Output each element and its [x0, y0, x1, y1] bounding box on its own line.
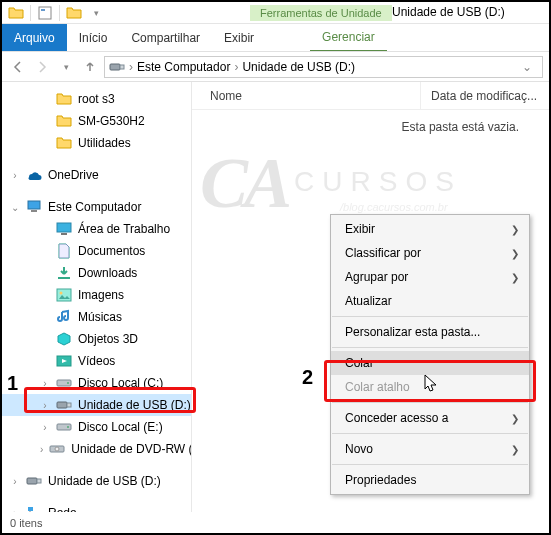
column-date[interactable]: Data de modificaç... [421, 89, 547, 103]
obj3d-icon [56, 331, 72, 347]
tab-share[interactable]: Compartilhar [119, 24, 212, 51]
svg-rect-17 [41, 9, 45, 11]
tree-item[interactable]: Objetos 3D [2, 328, 191, 350]
breadcrumb-root[interactable]: Este Computador [137, 60, 230, 74]
expand-icon[interactable]: › [10, 508, 20, 513]
folder-icon [56, 113, 72, 129]
title-bar: ▾ Ferramentas de Unidade Unidade de USB … [2, 2, 549, 24]
tree-item-label: Área de Trabalho [78, 222, 170, 236]
tree-item[interactable]: ⌄Este Computador [2, 196, 191, 218]
tree-item[interactable]: root s3 [2, 88, 191, 110]
breadcrumb[interactable]: › Este Computador › Unidade de USB (D:) … [104, 56, 543, 78]
pc-icon [26, 199, 42, 215]
tree-item[interactable]: ›Disco Local (E:) [2, 416, 191, 438]
video-icon [56, 353, 72, 369]
ribbon-tabs: Arquivo Início Compartilhar Exibir Geren… [2, 24, 549, 52]
folder-icon [56, 135, 72, 151]
ctx-new[interactable]: Novo❯ [331, 437, 529, 461]
music-icon [56, 309, 72, 325]
callout-number-2: 2 [302, 366, 313, 389]
net-icon [26, 505, 42, 512]
navigation-pane[interactable]: root s3SM-G530H2Utilidades›OneDrive⌄Este… [2, 82, 192, 512]
tree-item[interactable]: Imagens [2, 284, 191, 306]
drive-icon [56, 375, 72, 391]
qat-properties-icon[interactable] [35, 4, 55, 22]
column-name[interactable]: Nome [200, 89, 420, 103]
column-headers: Nome Data de modificaç... [192, 82, 549, 110]
tree-item[interactable]: Área de Trabalho [2, 218, 191, 240]
tab-home[interactable]: Início [67, 24, 120, 51]
tree-item-label: Objetos 3D [78, 332, 138, 346]
tree-item-label: Vídeos [78, 354, 115, 368]
qat-newfolder-icon[interactable] [64, 4, 84, 22]
address-bar: ▾ › Este Computador › Unidade de USB (D:… [2, 52, 549, 82]
dvd-icon [49, 441, 65, 457]
tree-item-label: Disco Local (E:) [78, 420, 163, 434]
tree-item[interactable]: SM-G530H2 [2, 110, 191, 132]
dl-icon [56, 265, 72, 281]
tree-item[interactable]: Músicas [2, 306, 191, 328]
ctx-view[interactable]: Exibir❯ [331, 217, 529, 241]
expand-icon[interactable]: › [40, 378, 50, 389]
separator [332, 347, 528, 348]
expand-icon[interactable]: › [40, 400, 50, 411]
folder-icon [56, 91, 72, 107]
tree-item[interactable]: ›Unidade de USB (D:) [2, 470, 191, 492]
chevron-right-icon: ❯ [511, 413, 519, 424]
tab-view[interactable]: Exibir [212, 24, 266, 51]
tree-item-label: OneDrive [48, 168, 99, 182]
ctx-paste[interactable]: Colar [331, 351, 529, 375]
separator [332, 433, 528, 434]
tree-item[interactable]: ›Unidade de DVD-RW (F:) [2, 438, 191, 460]
tree-item[interactable]: Downloads [2, 262, 191, 284]
tree-item-label: Unidade de DVD-RW (F:) [71, 442, 192, 456]
expand-icon[interactable]: › [40, 444, 43, 455]
nav-up-button[interactable] [80, 57, 100, 77]
tree-item[interactable]: ›OneDrive [2, 164, 191, 186]
expand-icon[interactable]: › [40, 422, 50, 433]
tree-item-label: Este Computador [48, 200, 141, 214]
nav-forward-button[interactable] [32, 57, 52, 77]
window-title: Unidade de USB (D:) [392, 5, 505, 19]
chevron-right-icon[interactable]: › [129, 60, 133, 74]
nav-history-dropdown[interactable]: ▾ [56, 57, 76, 77]
breadcrumb-leaf[interactable]: Unidade de USB (D:) [242, 60, 355, 74]
chevron-right-icon: ❯ [511, 248, 519, 259]
drive-icon [56, 419, 72, 435]
qat-explorer-icon[interactable] [6, 4, 26, 22]
tree-item[interactable]: Documentos [2, 240, 191, 262]
tree-item[interactable]: Vídeos [2, 350, 191, 372]
expand-icon[interactable]: › [10, 170, 20, 181]
tree-item-label: SM-G530H2 [78, 114, 145, 128]
ctx-customize[interactable]: Personalizar esta pasta... [331, 320, 529, 344]
tree-item[interactable]: ›Disco Local (C:) [2, 372, 191, 394]
chevron-right-icon: ❯ [511, 272, 519, 283]
tree-item-label: Disco Local (C:) [78, 376, 163, 390]
nav-back-button[interactable] [8, 57, 28, 77]
tab-file[interactable]: Arquivo [2, 24, 67, 51]
expand-icon[interactable]: › [10, 476, 20, 487]
expand-icon[interactable]: ⌄ [10, 202, 20, 213]
chevron-right-icon[interactable]: › [234, 60, 238, 74]
svg-rect-16 [39, 7, 51, 19]
ctx-properties[interactable]: Propriedades [331, 468, 529, 492]
mouse-cursor-icon [424, 374, 440, 394]
tree-item[interactable]: ›Rede [2, 502, 191, 512]
status-bar: 0 itens [4, 515, 48, 531]
ctx-group[interactable]: Agrupar por❯ [331, 265, 529, 289]
ctx-grant-access[interactable]: Conceder acesso a❯ [331, 406, 529, 430]
separator [332, 316, 528, 317]
content-pane[interactable]: Nome Data de modificaç... Esta pasta est… [192, 82, 549, 512]
separator [332, 464, 528, 465]
qat-dropdown-icon[interactable]: ▾ [86, 4, 106, 22]
callout-number-1: 1 [7, 372, 18, 395]
tree-item-label: Imagens [78, 288, 124, 302]
tree-item-label: Utilidades [78, 136, 131, 150]
tree-item[interactable]: ›Unidade de USB (D:) [2, 394, 191, 416]
tree-item[interactable]: Utilidades [2, 132, 191, 154]
ctx-sort[interactable]: Classificar por❯ [331, 241, 529, 265]
address-dropdown-icon[interactable]: ⌄ [516, 60, 538, 74]
docs-icon [56, 243, 72, 259]
ctx-refresh[interactable]: Atualizar [331, 289, 529, 313]
tab-manage[interactable]: Gerenciar [310, 24, 387, 51]
